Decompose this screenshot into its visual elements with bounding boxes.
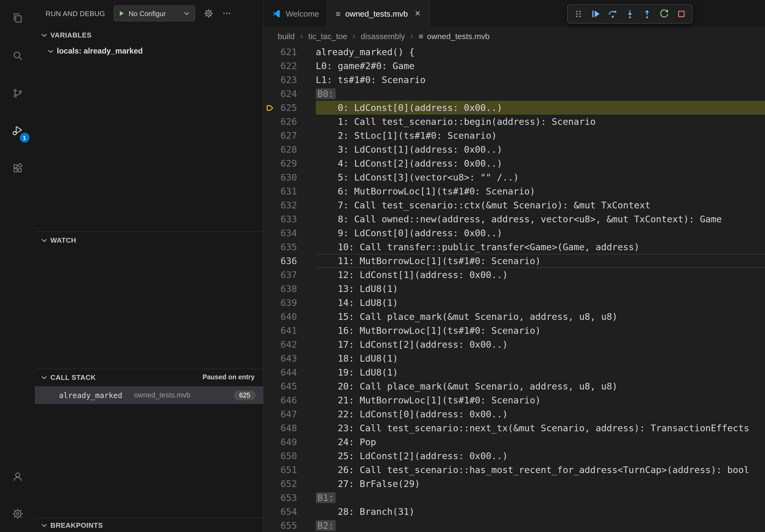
code-line-653[interactable]: 653B1: — [264, 491, 765, 505]
gutter-marker[interactable] — [264, 268, 276, 282]
line-number[interactable]: 643 — [276, 352, 297, 366]
code-editor[interactable]: 621already_marked() {622L0: game#2#0: Ga… — [264, 45, 765, 532]
line-number[interactable]: 625 — [276, 101, 297, 115]
start-debug-icon[interactable] — [119, 10, 125, 17]
variables-scope-locals[interactable]: locals: already_marked — [35, 43, 263, 59]
code-line-650[interactable]: 650 25: LdConst[2](address: 0x00..) — [264, 449, 765, 463]
code-line-629[interactable]: 629 4: LdConst[2](address: 0x00..) — [264, 156, 765, 170]
line-number[interactable]: 647 — [276, 407, 297, 421]
step-over-button[interactable] — [605, 6, 621, 22]
call-stack-header[interactable]: CALL STACK Paused on entry — [35, 369, 263, 385]
line-number[interactable]: 654 — [276, 505, 297, 519]
gutter-marker[interactable] — [264, 212, 276, 226]
code-line-639[interactable]: 639 14: LdU8(1) — [264, 296, 765, 310]
code-line-626[interactable]: 626 1: Call test_scenario::begin(address… — [264, 115, 765, 129]
line-number[interactable]: 653 — [276, 491, 297, 505]
code-line-641[interactable]: 641 16: MutBorrowLoc[1](ts#1#0: Scenario… — [264, 324, 765, 338]
line-number[interactable]: 633 — [276, 212, 297, 226]
code-line-649[interactable]: 649 24: Pop — [264, 435, 765, 449]
line-number[interactable]: 641 — [276, 324, 297, 338]
step-out-button[interactable] — [639, 6, 655, 22]
debug-config-dropdown[interactable]: No Configur — [114, 5, 195, 21]
line-number[interactable]: 639 — [276, 296, 297, 310]
gutter-marker[interactable] — [264, 366, 276, 379]
line-number[interactable]: 636 — [276, 254, 297, 268]
line-number[interactable]: 627 — [276, 129, 297, 142]
breadcrumb-item-disassembly[interactable]: disassembly — [361, 31, 405, 40]
code-line-642[interactable]: 642 17: LdConst[2](address: 0x00..) — [264, 338, 765, 352]
code-line-625[interactable]: 625 0: LdConst[0](address: 0x00..) — [264, 101, 765, 115]
gutter-marker[interactable] — [264, 282, 276, 296]
code-line-623[interactable]: 623L1: ts#1#0: Scenario — [264, 73, 765, 87]
code-line-651[interactable]: 651 26: Call test_scenario::has_most_rec… — [264, 463, 765, 477]
activity-item-settings[interactable] — [3, 500, 31, 528]
code-line-646[interactable]: 646 21: MutBorrowLoc[1](ts#1#0: Scenario… — [264, 393, 765, 407]
breadcrumb-item-tic-tac-toe[interactable]: tic_tac_toe — [308, 31, 347, 40]
gutter-marker[interactable] — [264, 115, 276, 129]
line-number[interactable]: 634 — [276, 226, 297, 240]
line-number[interactable]: 635 — [276, 240, 297, 254]
code-line-632[interactable]: 632 7: Call test_scenario::ctx(&mut Scen… — [264, 198, 765, 212]
activity-item-search[interactable] — [3, 42, 31, 70]
line-number[interactable]: 632 — [276, 198, 297, 212]
code-line-628[interactable]: 628 3: LdConst[1](address: 0x00..) — [264, 142, 765, 156]
continue-button[interactable] — [587, 6, 604, 22]
tab-welcome[interactable]: Welcome — [264, 0, 328, 27]
line-number[interactable]: 640 — [276, 310, 297, 324]
line-number[interactable]: 649 — [276, 435, 297, 449]
line-number[interactable]: 655 — [276, 519, 297, 532]
code-line-645[interactable]: 645 20: Call place_mark(&mut Scenario, a… — [264, 379, 765, 393]
code-line-636[interactable]: 636 11: MutBorrowLoc[1](ts#1#0: Scenario… — [264, 254, 765, 268]
activity-item-accounts[interactable] — [3, 462, 31, 490]
gutter-marker[interactable] — [264, 477, 276, 491]
gutter-marker[interactable] — [264, 240, 276, 254]
code-line-655[interactable]: 655B2: — [264, 519, 765, 532]
code-line-635[interactable]: 635 10: Call transfer::public_transfer<G… — [264, 240, 765, 254]
gutter-marker[interactable] — [264, 463, 276, 477]
restart-button[interactable] — [656, 6, 672, 22]
variables-header[interactable]: VARIABLES — [35, 27, 263, 43]
step-into-button[interactable] — [622, 6, 638, 22]
line-number[interactable]: 621 — [276, 45, 297, 59]
line-number[interactable]: 628 — [276, 142, 297, 156]
gutter-marker[interactable] — [264, 254, 276, 268]
code-line-638[interactable]: 638 13: LdU8(1) — [264, 282, 765, 296]
breadcrumb-item-file[interactable]: ≡ owned_tests.mvb — [419, 31, 490, 40]
gutter-marker[interactable] — [264, 142, 276, 156]
gutter-marker[interactable] — [264, 156, 276, 170]
debug-settings-gear-icon[interactable] — [204, 9, 213, 18]
code-line-647[interactable]: 647 22: LdConst[0](address: 0x00..) — [264, 407, 765, 421]
gutter-marker[interactable] — [264, 226, 276, 240]
gutter-marker[interactable] — [264, 87, 276, 101]
code-line-631[interactable]: 631 6: MutBorrowLoc[1](ts#1#0: Scenario) — [264, 184, 765, 198]
line-number[interactable]: 626 — [276, 115, 297, 129]
gutter-marker[interactable] — [264, 73, 276, 87]
line-number[interactable]: 646 — [276, 393, 297, 407]
code-line-652[interactable]: 652 27: BrFalse(29) — [264, 477, 765, 491]
gutter-marker[interactable] — [264, 393, 276, 407]
line-number[interactable]: 623 — [276, 73, 297, 87]
gutter-marker[interactable] — [264, 491, 276, 505]
code-line-622[interactable]: 622L0: game#2#0: Game — [264, 59, 765, 73]
line-number[interactable]: 648 — [276, 421, 297, 435]
gutter-marker[interactable] — [264, 352, 276, 366]
watch-header[interactable]: WATCH — [35, 232, 263, 248]
code-line-640[interactable]: 640 15: Call place_mark(&mut Scenario, a… — [264, 310, 765, 324]
line-number[interactable]: 630 — [276, 170, 297, 184]
activity-item-source-control[interactable] — [3, 79, 31, 107]
gutter-marker[interactable] — [264, 184, 276, 198]
gutter-marker[interactable] — [264, 59, 276, 73]
gutter-marker[interactable] — [264, 407, 276, 421]
code-line-634[interactable]: 634 9: LdConst[0](address: 0x00..) — [264, 226, 765, 240]
code-line-644[interactable]: 644 19: LdU8(1) — [264, 366, 765, 379]
gutter-marker[interactable] — [264, 198, 276, 212]
gutter-marker[interactable] — [264, 170, 276, 184]
line-number[interactable]: 622 — [276, 59, 297, 73]
line-number[interactable]: 651 — [276, 463, 297, 477]
activity-item-explorer[interactable] — [3, 4, 31, 32]
more-actions-icon[interactable] — [222, 9, 232, 18]
line-number[interactable]: 645 — [276, 379, 297, 393]
gutter-marker[interactable] — [264, 519, 276, 532]
gutter-marker[interactable] — [264, 449, 276, 463]
activity-item-extensions[interactable] — [3, 154, 31, 182]
